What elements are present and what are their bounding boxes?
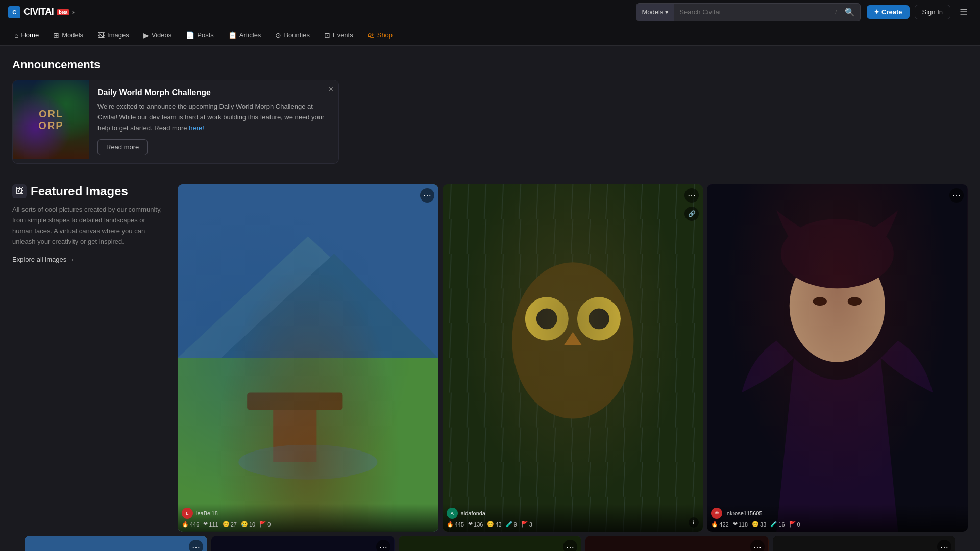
username-2: aidafonda (461, 510, 485, 516)
featured-info-panel: 🖼 Featured Images All sorts of cool pict… (12, 184, 165, 263)
nav-label-bounties: Bounties (284, 31, 310, 39)
svg-rect-16 (707, 184, 968, 532)
image-thumbnail-2 (443, 184, 703, 532)
svg-rect-8 (443, 184, 703, 532)
logo-text: CIVITAI (23, 7, 54, 17)
articles-icon: 📋 (228, 31, 237, 39)
second-row-image-3[interactable]: ⋯ 🔗 (399, 536, 581, 551)
sad-icon: 😢 (241, 521, 248, 528)
featured-section-icon: 🖼 (12, 184, 27, 198)
main-content: Announcements Daily World Morph Challeng… (0, 46, 980, 551)
stat-sad-1: 😢10 (241, 521, 255, 528)
events-icon: ⊡ (324, 31, 330, 39)
second-row-menu-1[interactable]: ⋯ (189, 540, 203, 551)
topbar-right: ✦ Create Sign In ☰ (867, 5, 972, 20)
nav-item-bounties[interactable]: ⊙ Bounties (269, 27, 316, 43)
smile-icon-3: 😊 (752, 521, 759, 528)
search-input[interactable] (674, 4, 832, 21)
search-bar: Models ▾ / 🔍 (636, 3, 861, 21)
second-row-menu-2[interactable]: ⋯ (376, 540, 390, 551)
featured-image-2[interactable]: ⋯ 🔗 A aidafonda 🔥445 ❤136 😊43 🧪9 🚩3 (443, 184, 703, 532)
svg-point-10 (525, 297, 568, 341)
second-row-menu-3[interactable]: ⋯ (563, 540, 577, 551)
nav-item-articles[interactable]: 📋 Articles (222, 27, 267, 43)
username-3: inkrose115605 (725, 510, 762, 516)
search-model-select[interactable]: Models ▾ (636, 4, 674, 21)
stat-smile-1: 😊27 (223, 521, 237, 528)
lab-icon-3: 🧪 (770, 521, 777, 528)
image-user-3: 👁 inkrose115605 (711, 508, 964, 519)
logo[interactable]: C CIVITAI beta › (8, 6, 75, 18)
smile-icon: 😊 (223, 521, 230, 528)
stat-fire-1: 🔥446 (182, 521, 199, 528)
stat-flag-1: 🚩0 (259, 521, 271, 528)
nav-item-home[interactable]: ⌂ Home (8, 27, 45, 43)
nav-item-posts[interactable]: 📄 Posts (180, 27, 220, 43)
svg-rect-21 (24, 536, 207, 551)
stat-lab-3: 🧪16 (770, 521, 785, 528)
nav-label-shop: Shop (377, 31, 393, 39)
stat-smile-2: 😊43 (487, 521, 501, 528)
image-footer-3: 👁 inkrose115605 🔥422 ❤118 😊33 🧪16 🚩0 (707, 504, 968, 532)
nav-label-videos: Videos (152, 31, 172, 39)
nav-label-posts: Posts (197, 31, 214, 39)
image-thumbnail-3 (707, 184, 968, 532)
second-row-image-4[interactable]: ⋯ 🔗 (585, 536, 768, 551)
announcement-close-button[interactable]: × (329, 85, 333, 93)
second-row-image-1[interactable]: ⋯ (24, 536, 207, 551)
featured-images-section: 🖼 Featured Images All sorts of cool pict… (12, 184, 968, 532)
heart-icon-2: ❤ (468, 521, 473, 528)
svg-point-20 (848, 297, 862, 306)
svg-point-19 (813, 297, 827, 306)
fire-icon-3: 🔥 (711, 521, 718, 528)
signin-button[interactable]: Sign In (915, 5, 950, 19)
stat-heart-1: ❤111 (203, 521, 218, 528)
model-select-chevron: ▾ (665, 8, 669, 16)
flag-icon-2: 🚩 (521, 521, 528, 528)
svg-marker-14 (564, 332, 581, 345)
flag-icon: 🚩 (259, 521, 266, 528)
image-user-2: A aidafonda (447, 508, 699, 519)
shop-icon: 🛍 (368, 31, 375, 39)
second-row-menu-5[interactable]: ⋯ (937, 540, 951, 551)
svg-point-9 (512, 263, 633, 419)
nav-item-images[interactable]: 🖼 Images (91, 27, 135, 43)
heart-icon: ❤ (203, 521, 208, 528)
image-stats-2: 🔥445 ❤136 😊43 🧪9 🚩3 (447, 521, 699, 528)
heart-icon-3: ❤ (733, 521, 738, 528)
topbar: C CIVITAI beta › Models ▾ / 🔍 ✦ Create S… (0, 0, 980, 24)
svg-point-18 (781, 219, 894, 288)
posts-icon: 📄 (186, 31, 194, 39)
explore-all-images-link[interactable]: Explore all images → (12, 256, 165, 263)
svg-rect-0 (178, 184, 438, 532)
nav-label-home: Home (21, 31, 39, 39)
featured-image-3[interactable]: ⋯ 👁 inkrose115605 🔥422 ❤118 😊33 🧪16 🚩0 (707, 184, 968, 532)
announcement-text: We're excited to announce the upcoming D… (97, 102, 330, 133)
nav-item-models[interactable]: ⊞ Models (47, 27, 89, 43)
second-row-image-2[interactable]: ⋯ 🔗 (211, 536, 394, 551)
read-more-button[interactable]: Read more (97, 139, 148, 155)
flag-icon-3: 🚩 (789, 521, 796, 528)
featured-image-1[interactable]: ⋯ L leaBel18 🔥446 ❤111 😊27 😢10 🚩0 (178, 184, 438, 532)
second-row-menu-4[interactable]: ⋯ (750, 540, 765, 551)
image-footer-2: A aidafonda 🔥445 ❤136 😊43 🧪9 🚩3 (443, 504, 703, 532)
image-menu-button-1[interactable]: ⋯ (420, 188, 434, 203)
search-slash-hint: / (832, 9, 840, 16)
create-button[interactable]: ✦ Create (867, 5, 909, 19)
nav-item-events[interactable]: ⊡ Events (318, 27, 359, 43)
hamburger-menu-button[interactable]: ☰ (955, 5, 972, 20)
svg-rect-25 (212, 536, 395, 551)
search-button[interactable]: 🔍 (840, 7, 860, 17)
logo-icon: C (8, 6, 20, 18)
announcement-link[interactable]: here! (189, 124, 204, 132)
stat-fire-2: 🔥445 (447, 521, 464, 528)
svg-marker-2 (178, 237, 438, 358)
image-stats-3: 🔥422 ❤118 😊33 🧪16 🚩0 (711, 521, 964, 528)
svg-rect-4 (273, 410, 316, 462)
stat-lab-2: 🧪9 (506, 521, 517, 528)
announcement-body: Daily World Morph Challenge We're excite… (89, 80, 338, 163)
stat-smile-3: 😊33 (752, 521, 766, 528)
nav-item-shop[interactable]: 🛍 Shop (361, 27, 399, 43)
nav-item-videos[interactable]: ▶ Videos (137, 27, 178, 43)
second-row-image-5[interactable]: ⋯ 🔗 (773, 536, 955, 551)
